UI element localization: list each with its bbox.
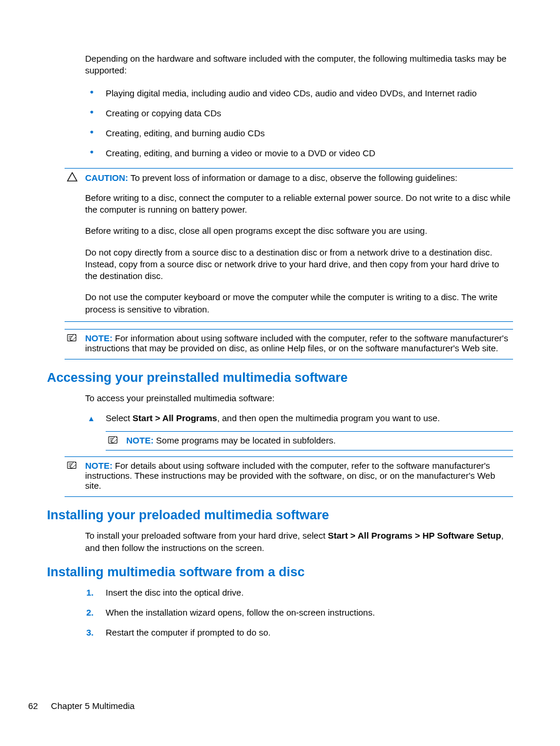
step-number: 1.	[86, 587, 94, 599]
page-footer: 62 Chapter 5 Multimedia	[28, 701, 134, 711]
caution-paragraph: Do not copy directly from a source disc …	[85, 247, 513, 283]
intro-paragraph: Depending on the hardware and software i…	[85, 53, 513, 77]
caution-paragraph: Before writing to a disc, connect the co…	[85, 192, 513, 216]
note-icon	[65, 333, 80, 344]
list-item: Playing digital media, including audio a…	[85, 88, 513, 99]
step-text: When the installation wizard opens, foll…	[106, 607, 375, 617]
note-text: Some programs may be located in subfolde…	[156, 435, 336, 445]
note-icon	[65, 461, 80, 472]
section-heading-accessing: Accessing your preinstalled multimedia s…	[47, 370, 513, 385]
chapter-label: Chapter 5 Multimedia	[51, 701, 135, 711]
section-heading-installing-disc: Installing multimedia software from a di…	[47, 564, 513, 580]
caution-lead-text: To prevent loss of information or damage…	[130, 173, 457, 183]
note-text: For details about using software include…	[85, 461, 495, 490]
caution-label: CAUTION:	[85, 173, 128, 183]
numbered-steps: 1.Insert the disc into the optical drive…	[85, 587, 513, 639]
note-label: NOTE:	[85, 333, 113, 343]
caution-callout: CAUTION: To prevent loss of information …	[65, 168, 513, 322]
step-text-prefix: Select	[106, 413, 133, 423]
note-label: NOTE:	[126, 435, 154, 445]
page-number: 62	[28, 701, 38, 711]
multimedia-tasks-list: Playing digital media, including audio a…	[85, 88, 513, 160]
nested-note-callout: NOTE: Some programs may be located in su…	[106, 431, 513, 451]
section-intro: To access your preinstalled multimedia s…	[85, 392, 513, 404]
note-callout: NOTE: For details about using software i…	[65, 456, 513, 497]
step-number: 2.	[86, 607, 94, 619]
step-item: ▲ Select Start > All Programs, and then …	[85, 412, 513, 424]
caution-icon	[65, 172, 80, 183]
note-text: For information about using software inc…	[85, 333, 508, 353]
page-content: Depending on the hardware and software i…	[47, 53, 513, 639]
note-callout: NOTE: For information about using softwa…	[65, 329, 513, 359]
step-number: 3.	[86, 627, 94, 639]
section-heading-installing-preloaded: Installing your preloaded multimedia sof…	[47, 508, 513, 523]
caution-paragraph: Before writing to a disc, close all open…	[85, 225, 513, 237]
numbered-step: 1.Insert the disc into the optical drive…	[85, 587, 513, 599]
list-item: Creating or copying data CDs	[85, 107, 513, 119]
note-label: NOTE:	[85, 461, 113, 471]
numbered-step: 3.Restart the computer if prompted to do…	[85, 627, 513, 639]
caution-paragraph: Do not use the computer keyboard or move…	[85, 291, 513, 315]
step-list: ▲ Select Start > All Programs, and then …	[85, 412, 513, 424]
list-item: Creating, editing, and burning a video o…	[85, 147, 513, 159]
step-text: Insert the disc into the optical drive.	[106, 587, 244, 597]
p-bold: Start > All Programs > HP Software Setup	[328, 530, 501, 540]
step-text-bold: Start > All Programs	[133, 413, 217, 423]
p-prefix: To install your preloaded software from …	[85, 530, 328, 540]
step-text: Restart the computer if prompted to do s…	[106, 627, 271, 637]
list-item: Creating, editing, and burning audio CDs	[85, 127, 513, 139]
numbered-step: 2.When the installation wizard opens, fo…	[85, 607, 513, 619]
note-icon	[106, 435, 121, 446]
section-paragraph: To install your preloaded software from …	[85, 530, 513, 554]
step-text-suffix: , and then open the multimedia program y…	[217, 413, 440, 423]
triangle-icon: ▲	[87, 414, 95, 424]
